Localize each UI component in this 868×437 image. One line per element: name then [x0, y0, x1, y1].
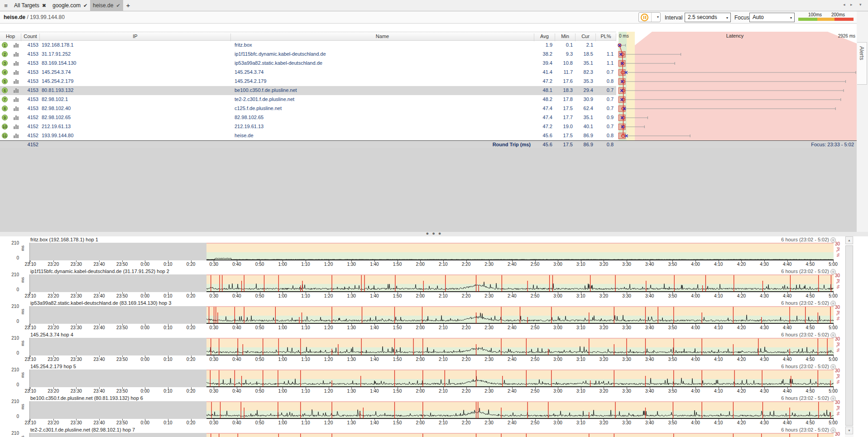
hop-pl: 0.7 [596, 87, 614, 93]
hop-row-8[interactable]: 8415382.98.102.40c125.f.de.plusline.net4… [0, 104, 616, 113]
hop-row-9[interactable]: 9415282.98.102.6582.98.102.6547.417.735.… [0, 113, 616, 122]
tab-scroll-right-icon[interactable]: ▸ [850, 2, 853, 7]
tab-all-targets[interactable]: All Targets✖ [11, 0, 49, 11]
graph-plot-area[interactable] [29, 370, 833, 387]
graph-toggle-icon[interactable] [13, 79, 19, 84]
hop-name: fritz.box [235, 42, 252, 48]
hop-ip: 83.169.154.130 [42, 60, 76, 66]
hop-row-1[interactable]: 14153192.168.178.1fritz.box1.90.12.1 [0, 41, 616, 50]
graph-title: 145.254.2.179 hop 5 [30, 364, 76, 369]
y-axis-min: 0 [12, 351, 19, 355]
hop-min: 17.5 [555, 133, 573, 138]
hop-row-6[interactable]: 6415380.81.193.132be100.c350.f.de.plusli… [0, 86, 616, 95]
graph-toggle-icon[interactable] [13, 52, 19, 57]
tab-all-targets-label: All Targets [14, 2, 39, 9]
timeline-graph-hop-5[interactable]: 145.254.2.179 hop 56 hours (23:02 - 5:02… [0, 363, 868, 395]
scrollbar-thumb[interactable] [845, 245, 853, 426]
scroll-down-icon[interactable]: ▼ [845, 427, 853, 434]
timeline-graph-hop-1[interactable]: fritz.box (192.168.178.1) hop 16 hours (… [0, 236, 868, 268]
hop-avg: 48.1 [534, 87, 552, 93]
header-avg[interactable]: Avg [534, 34, 555, 41]
scroll-up-icon[interactable]: ▲ [845, 236, 853, 244]
hop-row-3[interactable]: 3415383.169.154.130ip53a99a82.static.kab… [0, 59, 616, 68]
graph-plot-area[interactable] [29, 433, 833, 437]
hop-number-badge: 7 [2, 96, 8, 102]
tab-google[interactable]: google.com✔ [50, 0, 90, 11]
graph-toggle-icon[interactable] [13, 43, 19, 48]
hop-min: 9.3 [555, 51, 573, 57]
graph-toggle-icon[interactable] [13, 134, 19, 138]
hop-cur: 86.9 [575, 133, 593, 138]
hop-min: 10.8 [555, 60, 573, 66]
graph-toggle-icon[interactable] [13, 70, 19, 75]
header-cur[interactable]: Cur [575, 34, 596, 41]
graph-plot-area[interactable] [29, 401, 833, 419]
hop-number-badge: 5 [2, 78, 8, 84]
chevron-down-icon: ▾ [790, 14, 792, 22]
hop-avg: 38.2 [534, 51, 552, 57]
graph-toggle-icon[interactable] [13, 61, 19, 66]
tab-heise-active[interactable]: heise.de✔ [90, 0, 123, 11]
pane-splitter[interactable]: ● ● ● [0, 232, 868, 236]
focus-select[interactable]: Auto ▾ [749, 13, 795, 22]
alerts-label: Alerts [858, 46, 865, 60]
check-icon: ✔ [116, 3, 120, 8]
round-trip-row[interactable]: 4152 Round Trip (ms) 45.6 17.5 86.9 0.8 … [0, 140, 857, 148]
graph-toggle-icon[interactable] [13, 88, 19, 93]
timeline-graph-hop-4[interactable]: 145.254.3.74 hop 46 hours (23:02 - 5:02)… [0, 331, 868, 363]
hop-cur: 62.4 [575, 106, 593, 111]
timeline-graph-hop-6[interactable]: be100.c350.f.de.plusline.net (80.81.193.… [0, 395, 868, 427]
target-title: heise.de / 193.99.144.80 [4, 14, 65, 20]
time-axis: 23:1023:2023:3023:4023:500:000:100:200:3… [0, 260, 868, 268]
timeline-graph-hop-7[interactable]: te2-2.c301.f.de.plusline.net (82.98.102.… [0, 427, 868, 437]
hop-row-2[interactable]: 2415331.17.91.252ip1f115bfc.dynamic.kabe… [0, 50, 616, 59]
header-ip[interactable]: IP [40, 34, 231, 41]
focus-range-label: Focus: 23:33 - 5:02 [679, 142, 854, 147]
header-name[interactable]: Name [231, 34, 534, 41]
hop-avg: 48.2 [534, 96, 552, 102]
legend-green [798, 18, 817, 21]
header-pl[interactable]: PL% [596, 34, 616, 41]
header-min[interactable]: Min [555, 34, 575, 41]
round-trip-cur: 86.9 [575, 142, 593, 147]
alerts-side-tab[interactable]: Alerts [857, 42, 867, 85]
graph-toggle-icon[interactable] [13, 115, 19, 120]
graph-toggle-icon[interactable] [13, 106, 19, 111]
chevron-down-icon: ▾ [726, 14, 728, 22]
hop-row-7[interactable]: 7415382.98.102.1te2-2.c301.f.de.plusline… [0, 95, 616, 104]
graph-plot-area[interactable] [29, 338, 833, 355]
round-trip-pl: 0.8 [596, 142, 614, 147]
graph-toggle-icon[interactable] [13, 125, 19, 129]
hop-row-10[interactable]: 104152212.19.61.13212.19.61.1347.219.040… [0, 122, 616, 131]
tab-scroll-left-icon[interactable]: ◂ [843, 2, 845, 7]
pl-axis-label: PL % [836, 279, 840, 288]
timeline-graph-hop-2[interactable]: ip1f115bfc.dynamic.kabel-deutschland.de … [0, 268, 868, 300]
round-trip-label: Round Trip (ms) [408, 142, 531, 147]
latency-trace [206, 338, 834, 355]
hop-name: ip53a99a82.static.kabel-deutschland.de [235, 60, 322, 66]
graph-plot-area[interactable] [29, 274, 833, 292]
close-icon[interactable]: ✖ [42, 3, 46, 8]
add-tab-button[interactable]: + [124, 0, 133, 11]
graph-plot-area[interactable] [29, 306, 833, 324]
hop-row-5[interactable]: 54153145.254.2.179145.254.2.17947.217.63… [0, 77, 616, 86]
tab-list-icon[interactable]: ▾ [859, 2, 862, 7]
hop-ip: 212.19.61.13 [42, 124, 71, 129]
pause-dropdown-icon[interactable]: ▾ [657, 15, 659, 19]
timeline-graph-hop-3[interactable]: ip53a99a82.static.kabel-deutschland.de (… [0, 300, 868, 331]
header-count[interactable]: Count [21, 34, 40, 41]
pl-axis-max: 30 [835, 305, 840, 310]
menu-icon[interactable]: ≡ [2, 2, 10, 10]
pl-axis-max: 30 [835, 336, 840, 341]
hop-name: be100.c350.f.de.plusline.net [235, 87, 297, 93]
header-hop[interactable]: Hop [0, 34, 21, 41]
hop-row-11[interactable]: 114152193.99.144.80heise.de45.617.586.90… [0, 131, 616, 140]
hop-number-badge: 9 [2, 115, 8, 120]
graph-toggle-icon[interactable] [13, 97, 19, 102]
graph-plot-area[interactable] [29, 243, 833, 260]
interval-select[interactable]: 2.5 seconds ▾ [685, 13, 731, 22]
graphs-scrollbar[interactable]: ▲ ▼ [845, 236, 854, 437]
hop-row-4[interactable]: 44153145.254.3.74145.254.3.7441.411.782.… [0, 68, 616, 77]
pause-button[interactable]: ▾ [638, 12, 661, 22]
latency-trace [206, 306, 834, 324]
